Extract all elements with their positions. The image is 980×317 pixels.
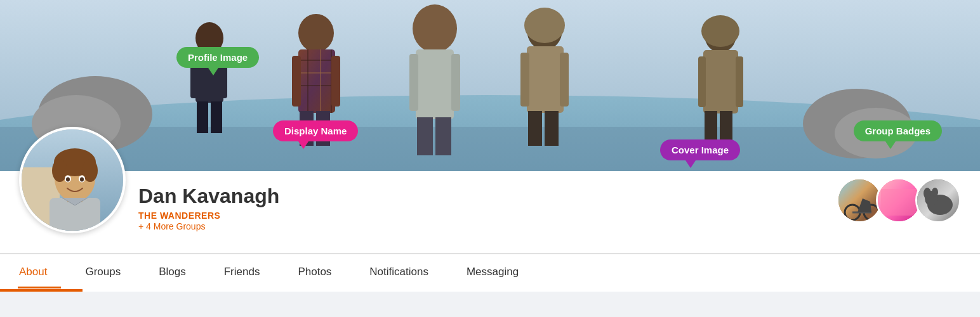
nav-notifications[interactable]: Notifications <box>350 256 447 288</box>
profile-info-section: Dan Kavanagh THE WANDERERS + 4 More Grou… <box>0 171 980 254</box>
nav-bar: About Groups Blogs Friends Photos Notifi… <box>0 254 980 289</box>
svg-rect-12 <box>211 101 222 133</box>
svg-point-25 <box>413 4 457 53</box>
svg-rect-27 <box>409 54 418 111</box>
svg-point-67 <box>932 188 938 197</box>
svg-rect-30 <box>435 117 451 155</box>
svg-point-32 <box>524 8 565 43</box>
svg-rect-43 <box>705 111 717 143</box>
svg-point-66 <box>924 188 931 199</box>
badge-image-3[interactable] <box>915 178 961 223</box>
svg-rect-42 <box>736 56 743 107</box>
svg-rect-36 <box>528 111 542 146</box>
cover-svg <box>0 0 980 171</box>
nav-about[interactable]: About <box>13 256 66 288</box>
nav-friends[interactable]: Friends <box>205 256 279 288</box>
svg-rect-22 <box>331 56 340 107</box>
more-groups-link[interactable]: + 4 More Groups <box>138 221 205 231</box>
svg-point-13 <box>298 14 334 52</box>
nav-groups[interactable]: Groups <box>66 256 140 288</box>
svg-rect-28 <box>451 54 460 111</box>
svg-rect-44 <box>720 111 732 143</box>
svg-rect-34 <box>520 53 529 107</box>
svg-point-55 <box>66 178 70 182</box>
badge-group <box>837 178 961 223</box>
svg-point-39 <box>701 15 739 47</box>
svg-rect-62 <box>881 189 920 216</box>
svg-rect-21 <box>292 56 301 107</box>
profile-page: Profile Image Display Name Cover Image G… <box>0 0 980 292</box>
profile-image-bubble: Profile Image <box>176 47 259 68</box>
svg-rect-37 <box>545 111 559 146</box>
nav-photos[interactable]: Photos <box>279 256 350 288</box>
svg-rect-41 <box>698 56 706 107</box>
group-badges-bubble: Group Badges <box>854 120 942 141</box>
cover-image-bubble: Cover Image <box>660 139 740 160</box>
avatar-wrapper <box>19 127 126 233</box>
svg-rect-11 <box>197 101 208 133</box>
svg-rect-29 <box>417 117 433 155</box>
svg-rect-26 <box>416 49 454 119</box>
svg-rect-35 <box>560 53 569 107</box>
nav-messaging[interactable]: Messaging <box>447 256 538 288</box>
svg-rect-14 <box>298 49 335 113</box>
display-name-bubble: Display Name <box>273 120 358 141</box>
about-active-bar <box>0 289 83 292</box>
svg-rect-40 <box>703 50 738 113</box>
nav-blogs[interactable]: Blogs <box>140 256 205 288</box>
cover-area: Profile Image Display Name Cover Image G… <box>0 0 980 171</box>
cover-photo <box>0 0 980 171</box>
svg-rect-33 <box>527 46 564 113</box>
svg-point-56 <box>80 178 84 182</box>
avatar <box>19 127 126 233</box>
